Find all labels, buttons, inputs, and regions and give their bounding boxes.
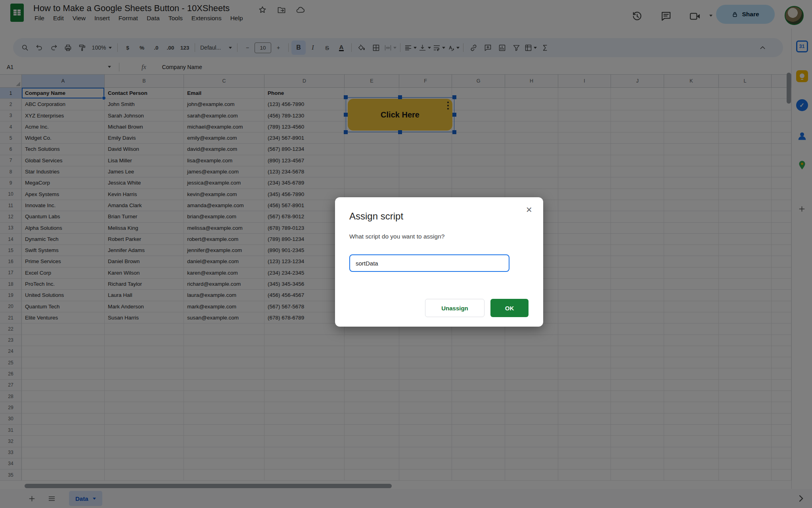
assign-script-dialog: × Assign script What script do you want …	[335, 197, 543, 327]
unassign-button[interactable]: Unassign	[425, 299, 485, 317]
dialog-title: Assign script	[349, 211, 529, 222]
dialog-close-icon[interactable]: ×	[526, 204, 532, 215]
script-name-input[interactable]	[349, 254, 509, 272]
sheets-app: How to Make a Google Sheets Button - 10X…	[0, 0, 812, 508]
ok-button[interactable]: OK	[490, 299, 529, 317]
dialog-prompt: What script do you want to assign?	[349, 233, 529, 240]
dialog-actions: Unassign OK	[425, 299, 529, 317]
